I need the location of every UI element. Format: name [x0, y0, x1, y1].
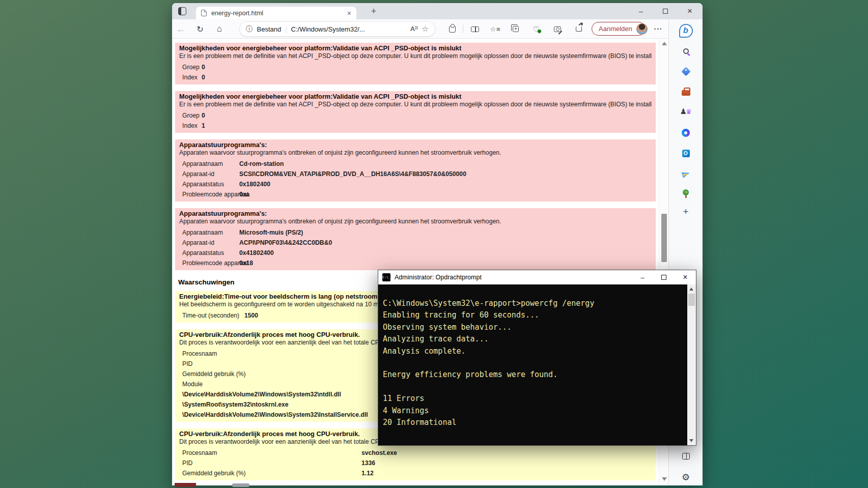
address-bar[interactable]: ⓘ Bestand | C:/Windows/System32/... A)) … — [239, 21, 435, 37]
section-description: Apparaten waarvoor stuurprogramma's ontb… — [179, 149, 652, 156]
back-button[interactable]: ← — [173, 21, 188, 37]
section-description: Apparaten waarvoor stuurprogramma's ontb… — [179, 218, 652, 225]
detail-row: Groep0 — [182, 62, 652, 72]
section-description: Er is een probleem met de definitie van … — [179, 52, 652, 60]
cmd-scroll-down-icon[interactable] — [689, 439, 693, 442]
row-label: Index — [182, 121, 202, 131]
window-maximize-button[interactable] — [654, 3, 677, 19]
error-section: Apparaatstuurprogramma's:Apparaten waarv… — [175, 208, 656, 270]
row-label: \Device\HarddiskVolume2\Windows\System32… — [182, 410, 368, 420]
row-label: Apparaat-id — [182, 238, 239, 248]
scroll-down-icon[interactable] — [662, 477, 667, 481]
panel-layout-icon — [682, 453, 690, 460]
cmd-scrollbar-thumb[interactable] — [688, 294, 695, 306]
row-label: \Device\HarddiskVolume2\Windows\System32… — [182, 389, 341, 399]
section-title: Apparaatstuurprogramma's: — [179, 141, 652, 149]
cmd-scroll-up-icon[interactable] — [689, 288, 693, 291]
row-label: PID — [182, 359, 185, 369]
row-value: 0x1802400 — [239, 179, 270, 189]
cmd-title-bar[interactable]: C:\_ Administrator: Opdrachtprompt – × — [378, 270, 696, 284]
detail-row: Procesnaamsvchost.exe — [182, 448, 652, 458]
tree-icon — [683, 189, 689, 195]
row-value: 1 — [202, 121, 205, 131]
microsoft365-icon — [682, 129, 690, 137]
page-icon — [201, 10, 207, 16]
detail-row: Probleemcode apparaat0x18 — [182, 258, 652, 268]
share-button[interactable] — [571, 21, 586, 37]
cmd-close-button[interactable]: × — [675, 270, 696, 284]
browser-essentials-button[interactable]: ♡ — [528, 21, 544, 37]
cmd-maximize-button[interactable] — [653, 270, 675, 284]
new-tab-button[interactable]: + — [368, 5, 380, 17]
chess-icon: ♟♛ — [680, 107, 691, 116]
home-button[interactable]: ⌂ — [212, 21, 227, 37]
detail-row: ApparaatnaamCd-rom-station — [182, 159, 652, 169]
cmd-minimize-button[interactable]: – — [632, 270, 653, 284]
sidebar-item-microsoft365[interactable] — [678, 125, 694, 141]
heart-pulse-icon: ♡ — [533, 25, 539, 33]
share-icon — [576, 26, 582, 32]
section-rows: Groep0Index0 — [179, 62, 652, 82]
error-section: Apparaatstuurprogramma's:Apparaten waarv… — [175, 139, 656, 202]
sidebar-item-send[interactable] — [678, 166, 694, 182]
row-label: Procesnaam — [182, 448, 361, 458]
paper-plane-icon — [681, 170, 690, 178]
favorites-bar-icon: ☆≡ — [490, 25, 500, 33]
sidebar-item-copilot[interactable]: b — [678, 22, 694, 39]
detail-row: PID1336 — [182, 458, 652, 468]
row-value: SCSI\CDROM&VEN_ATAPI&PROD_DVD_A__DH16A6S… — [239, 169, 466, 179]
sidebar-panel-toggle[interactable] — [678, 448, 694, 464]
favorite-star-icon[interactable]: ☆ — [422, 24, 429, 34]
toolbar-divider — [463, 25, 463, 33]
web-capture-button[interactable] — [550, 21, 565, 37]
settings-more-button[interactable]: ··· — [651, 21, 666, 37]
sidebar-item-outlook[interactable]: O — [678, 145, 694, 161]
scroll-up-icon[interactable] — [662, 42, 667, 45]
sign-in-button[interactable]: Aanmelden — [592, 22, 646, 36]
split-screen-button[interactable] — [467, 21, 483, 37]
favorites-button[interactable]: ☆≡ — [488, 21, 503, 37]
desktop-artifact — [232, 483, 249, 487]
reload-button[interactable]: ↻ — [192, 21, 208, 37]
row-label: Groep — [182, 110, 202, 121]
detail-row: Apparaatstatus0x1802400 — [182, 179, 652, 189]
cmd-scrollbar[interactable] — [687, 284, 696, 445]
row-value: 0xa — [239, 189, 249, 199]
detail-row: Groep0 — [182, 110, 652, 121]
browser-tab[interactable]: energy-report.html × — [196, 7, 356, 19]
camera-icon — [554, 26, 561, 32]
window-minimize-button[interactable]: – — [629, 3, 653, 19]
sidebar-item-shopping[interactable] — [678, 63, 694, 79]
row-value: 0x41802400 — [239, 248, 274, 258]
split-screen-icon — [471, 26, 479, 32]
detail-row: Probleemcode apparaat0xa — [182, 189, 652, 199]
sidebar-item-games[interactable]: ♟♛ — [678, 103, 694, 120]
scrollbar-thumb[interactable] — [661, 214, 667, 262]
row-label: Probleemcode apparaat — [182, 258, 239, 268]
sidebar-settings[interactable]: ⚙ — [678, 469, 694, 485]
extensions-button[interactable] — [444, 21, 460, 37]
tab-actions-icon[interactable] — [178, 7, 186, 15]
sidebar-item-tools[interactable] — [678, 83, 694, 100]
bing-copilot-icon: b — [679, 24, 693, 38]
window-close-button[interactable]: × — [678, 3, 702, 19]
tab-close-icon[interactable]: × — [347, 10, 351, 17]
sidebar-item-tree[interactable] — [678, 185, 694, 202]
address-divider: | — [285, 25, 287, 33]
row-label: Index — [182, 72, 202, 82]
row-value: 0x18 — [239, 258, 253, 268]
row-label: Apparaatstatus — [182, 248, 239, 258]
section-rows: Procesnaamsvchost.exePID1336Gemiddeld ge… — [179, 448, 652, 478]
url-text: C:/Windows/System32/... — [291, 25, 365, 33]
sidebar-add-button[interactable]: + — [678, 204, 694, 220]
row-label: Procesnaam — [182, 349, 185, 359]
sidebar-item-search[interactable] — [678, 43, 694, 59]
read-aloud-icon[interactable]: A)) — [410, 25, 418, 33]
row-label: Apparaat-id — [182, 169, 239, 179]
collections-button[interactable]: + — [508, 21, 523, 37]
detail-row: ApparaatnaamMicrosoft-muis (PS/2) — [182, 227, 652, 238]
info-icon[interactable]: ⓘ — [246, 24, 253, 34]
detail-row: Gemiddeld gebruik (%)1.12 — [182, 468, 652, 478]
error-section: Mogelijkheden voor energiebeheer voor pl… — [175, 43, 656, 84]
avatar — [636, 23, 648, 35]
